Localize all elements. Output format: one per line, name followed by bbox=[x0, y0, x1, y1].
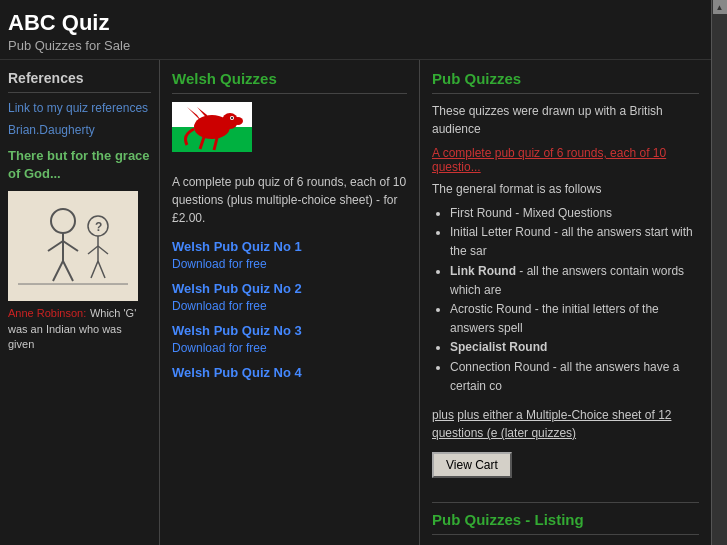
list-item-2: Initial Letter Round - all the answers s… bbox=[450, 223, 699, 261]
sidebar-link-references[interactable]: Link to my quiz references bbox=[8, 101, 151, 115]
right-red-link[interactable]: A complete pub quiz of 6 rounds, each of… bbox=[432, 146, 699, 174]
sidebar-link-brian[interactable]: Brian.Daugherty bbox=[8, 123, 151, 137]
right-column: Pub Quizzes These quizzes were drawn up … bbox=[420, 60, 711, 545]
list-item-specialist: Specialist Round bbox=[450, 338, 699, 357]
list-item-6-text: Connection Round - all the answers have … bbox=[450, 360, 679, 393]
list-item-2-text: Initial Letter Round - all the answers s… bbox=[450, 225, 693, 258]
list-item-6: Connection Round - all the answers have … bbox=[450, 358, 699, 396]
sketch-svg: ? bbox=[13, 196, 133, 296]
right-scrollbar[interactable]: ▲ ▼ bbox=[711, 0, 727, 545]
grace-text: There but for the grace of God... bbox=[8, 147, 151, 183]
welsh-flag bbox=[172, 102, 252, 152]
format-intro: The general format is as follows bbox=[432, 182, 699, 196]
plus-content: plus either a Multiple-Choice sheet of 1… bbox=[432, 408, 671, 440]
svg-point-21 bbox=[231, 117, 233, 119]
format-list: First Round - Mixed Questions Initial Le… bbox=[432, 204, 699, 396]
specialist-round-label: Specialist Round bbox=[450, 340, 547, 354]
welsh-quiz-1-link[interactable]: Welsh Pub Quiz No 1 bbox=[172, 239, 407, 254]
welsh-quiz-2-link[interactable]: Welsh Pub Quiz No 2 bbox=[172, 281, 407, 296]
welsh-quiz-4-link[interactable]: Welsh Pub Quiz No 4 bbox=[172, 365, 407, 380]
plus-underline: plus bbox=[432, 408, 454, 422]
sidebar-bottom-text: Anne Robinson: Which 'G' was an Indian w… bbox=[8, 305, 151, 351]
main-content: References Link to my quiz references Br… bbox=[0, 60, 711, 545]
page-header: ABC Quiz Pub Quizzes for Sale bbox=[0, 0, 711, 60]
pub-quizzes-heading: Pub Quizzes bbox=[432, 70, 699, 94]
welsh-flag-container bbox=[172, 102, 407, 165]
sidebar-sketch-image: ? bbox=[8, 191, 138, 301]
list-item-4: Acrostic Round - the initial letters of … bbox=[450, 300, 699, 338]
view-cart-button[interactable]: View Cart bbox=[432, 452, 512, 478]
list-item-4-text: Acrostic Round - the initial letters of … bbox=[450, 302, 659, 335]
svg-point-19 bbox=[233, 117, 243, 125]
sidebar-heading: References bbox=[8, 70, 151, 93]
list-item-1-text: First Round - Mixed Questions bbox=[450, 206, 612, 220]
welsh-quiz-3-download[interactable]: Download for free bbox=[172, 341, 407, 355]
welsh-quiz-3-link[interactable]: Welsh Pub Quiz No 3 bbox=[172, 323, 407, 338]
sidebar-red-name[interactable]: Anne Robinson: bbox=[8, 307, 86, 319]
scroll-up-arrow[interactable]: ▲ bbox=[713, 0, 727, 14]
list-item-link-round: Link Round - all the answers contain wor… bbox=[450, 262, 699, 300]
welsh-quizzes-heading: Welsh Quizzes bbox=[172, 70, 407, 94]
welsh-quiz-2-download[interactable]: Download for free bbox=[172, 299, 407, 313]
link-round-label: Link Round bbox=[450, 264, 516, 278]
svg-text:?: ? bbox=[95, 220, 102, 234]
middle-column: Welsh Quizzes bbox=[160, 60, 420, 545]
site-title: ABC Quiz bbox=[8, 10, 703, 36]
right-intro-text: These quizzes were drawn up with a Briti… bbox=[432, 102, 699, 138]
plus-text: plus plus either a Multiple-Choice sheet… bbox=[432, 406, 699, 442]
pub-listing-heading: Pub Quizzes - Listing bbox=[432, 502, 699, 535]
welsh-quiz-1-download[interactable]: Download for free bbox=[172, 257, 407, 271]
site-subtitle: Pub Quizzes for Sale bbox=[8, 38, 703, 53]
welsh-description: A complete pub quiz of 6 rounds, each of… bbox=[172, 173, 407, 227]
list-item-1: First Round - Mixed Questions bbox=[450, 204, 699, 223]
sidebar: References Link to my quiz references Br… bbox=[0, 60, 160, 545]
